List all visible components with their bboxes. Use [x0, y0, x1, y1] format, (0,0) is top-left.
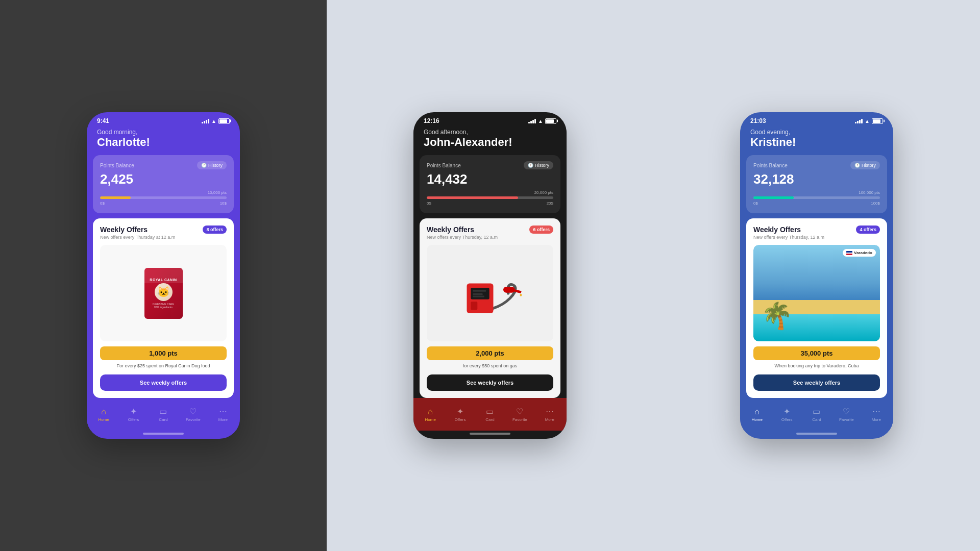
- signal-icon-1: [202, 118, 209, 123]
- see-offers-btn-1[interactable]: See weekly offers: [100, 374, 227, 391]
- wifi-icon-2: ▲: [538, 118, 543, 124]
- label-min-1: 0$: [100, 201, 105, 206]
- varadedo-badge: Varadedo: [843, 249, 876, 257]
- points-value-2: 14,432: [427, 171, 553, 187]
- history-button-1[interactable]: 🕐 History: [197, 161, 227, 169]
- nav-card-1[interactable]: ▭ Card: [152, 407, 175, 422]
- nav-more-1[interactable]: ⋯ More: [212, 407, 234, 422]
- nav-favorite-2[interactable]: ♡ Favorite: [508, 407, 531, 422]
- phone-header-3: Good evening, Kristine!: [740, 127, 893, 155]
- nav-offers-1[interactable]: ✦ Offers: [122, 407, 145, 422]
- points-card-header-2: Points Balance 🕐 History: [427, 161, 553, 169]
- signal-icon-3: [855, 118, 863, 123]
- points-label-2: Points Balance: [427, 163, 461, 168]
- svg-point-1: [520, 293, 522, 296]
- offers-header-2: Weekly Offers 6 offers: [427, 226, 553, 234]
- points-card-1: Points Balance 🕐 History 2,425 10,000 pt…: [93, 155, 234, 213]
- more-icon-2: ⋯: [546, 407, 554, 416]
- offers-title-2: Weekly Offers: [427, 226, 474, 234]
- offer-image-2: [427, 245, 553, 341]
- progress-labels-2: 0$ 20$: [427, 201, 553, 206]
- points-card-header-3: Points Balance 🕐 History: [753, 161, 880, 169]
- wifi-icon-1: ▲: [211, 118, 216, 124]
- nav-card-2[interactable]: ▭ Card: [479, 407, 501, 422]
- beach-scene: 🌴 Varadedo: [753, 245, 880, 341]
- progress-max-3: 100,000 pts: [859, 190, 880, 195]
- nav-home-2[interactable]: ⌂ Home: [419, 407, 442, 422]
- svg-rect-0: [503, 287, 515, 293]
- royal-canin-product: ROYAL CANIN 🐱 DIGESTIVE CARE 95% ingredi…: [140, 265, 186, 321]
- greeting-small-1: Good morning,: [97, 129, 230, 136]
- nav-offers-label-1: Offers: [128, 417, 139, 422]
- favorite-icon-1: ♡: [189, 407, 197, 416]
- nav-offers-3[interactable]: ✦ Offers: [776, 407, 798, 422]
- battery-icon-1: [218, 118, 230, 124]
- status-bar-3: 21:03 ▲: [740, 112, 893, 127]
- progress-fill-1: [100, 196, 131, 199]
- progress-fill-2: [427, 196, 518, 199]
- progress-max-1: 10,000 pts: [208, 190, 227, 195]
- nav-more-2[interactable]: ⋯ More: [538, 407, 561, 422]
- offers-icon-2: ✦: [457, 407, 463, 416]
- nav-card-3[interactable]: ▭ Card: [805, 407, 828, 422]
- history-button-3[interactable]: 🕐 History: [850, 161, 880, 169]
- nav-home-1[interactable]: ⌂ Home: [92, 407, 115, 422]
- greeting-small-2: Good afternoon,: [424, 129, 556, 136]
- offers-header-3: Weekly Offers 4 offers: [753, 226, 880, 234]
- label-max-1: 10$: [220, 201, 227, 206]
- bottom-nav-2: ⌂ Home ✦ Offers ▭ Card ♡ Favorite ⋯ More: [413, 398, 567, 431]
- status-icons-2: ▲: [528, 118, 556, 124]
- nav-more-3[interactable]: ⋯ More: [865, 407, 888, 422]
- label-max-3: 100$: [871, 201, 880, 206]
- history-button-2[interactable]: 🕐 History: [524, 161, 553, 169]
- home-icon-1: ⌂: [101, 407, 106, 416]
- phone-3: 21:03 ▲ Good evening, Kristine! Points B…: [740, 112, 893, 439]
- offers-title-1: Weekly Offers: [100, 226, 148, 234]
- progress-labels-3: 0$ 100$: [753, 201, 880, 206]
- points-badge-3: 35,000 pts: [753, 346, 880, 360]
- offer-image-3: 🌴 Varadedo: [753, 245, 880, 341]
- offer-description-3: When booking any trip to Varadero, Cuba: [753, 363, 880, 369]
- offer-description-2: for every $50 spent on gas: [427, 363, 553, 369]
- home-icon-3: ⌂: [754, 407, 760, 416]
- svg-rect-6: [473, 295, 484, 297]
- nav-home-3[interactable]: ⌂ Home: [746, 407, 768, 422]
- points-value-1: 2,425: [100, 171, 227, 187]
- see-offers-btn-3[interactable]: See weekly offers: [753, 374, 880, 391]
- favorite-icon-3: ♡: [843, 407, 850, 416]
- status-icons-1: ▲: [202, 118, 230, 124]
- signal-icon-2: [528, 118, 536, 123]
- greeting-large-2: John-Alexander!: [424, 136, 556, 149]
- phone-1: 9:41 ▲ Good morning, Charlotte! Points B…: [87, 112, 240, 439]
- nav-card-label-1: Card: [159, 417, 167, 422]
- varadedo-label: Varadedo: [854, 251, 872, 255]
- nav-favorite-1[interactable]: ♡ Favorite: [182, 407, 204, 422]
- offers-header-1: Weekly Offers 8 offers: [100, 226, 227, 234]
- offers-badge-2: 6 offers: [529, 226, 553, 234]
- nav-offers-2[interactable]: ✦ Offers: [449, 407, 472, 422]
- status-bar-2: 12:16 ▲: [413, 112, 567, 127]
- home-icon-2: ⌂: [428, 407, 433, 416]
- greeting-large-3: Kristine!: [750, 136, 883, 149]
- nav-more-label-2: More: [545, 417, 554, 422]
- nav-home-label-3: Home: [752, 417, 763, 422]
- progress-max-2: 20,000 pts: [534, 190, 553, 195]
- label-min-2: 0$: [427, 201, 431, 206]
- panel-mid: 12:16 ▲ Good afternoon, John-Alexander! …: [327, 0, 653, 551]
- nav-card-label-2: Card: [485, 417, 494, 422]
- clock-icon-1: 🕐: [201, 163, 207, 168]
- battery-icon-2: [545, 118, 556, 124]
- white-area-3: Weekly Offers 4 offers New offers every …: [746, 218, 887, 398]
- home-indicator-2: [470, 433, 510, 435]
- white-area-1: Weekly Offers 8 offers New offers every …: [93, 218, 234, 398]
- phone-header-2: Good afternoon, John-Alexander!: [413, 127, 567, 155]
- progress-bar-3: [753, 196, 880, 199]
- offers-subtitle-2: New offers every Thursday, 12 a.m: [427, 235, 553, 240]
- offers-icon-1: ✦: [130, 407, 137, 416]
- see-offers-btn-2[interactable]: See weekly offers: [427, 374, 553, 391]
- nav-card-label-3: Card: [812, 417, 821, 422]
- more-icon-3: ⋯: [872, 407, 880, 416]
- nav-favorite-3[interactable]: ♡ Favorite: [835, 407, 857, 422]
- points-value-3: 32,128: [753, 171, 880, 187]
- more-icon-1: ⋯: [219, 407, 227, 416]
